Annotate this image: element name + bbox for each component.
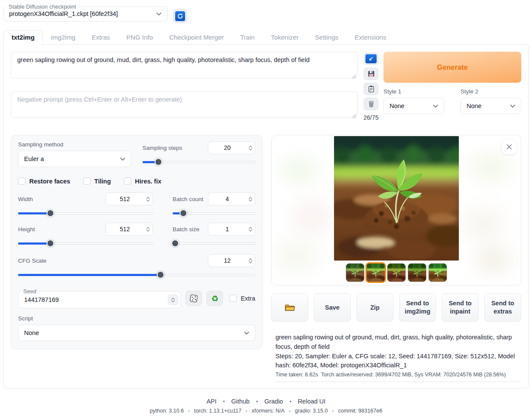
restore-faces-checkbox[interactable]: Restore faces	[18, 177, 70, 185]
height-slider[interactable]	[18, 239, 153, 247]
thumbnail-3[interactable]	[387, 263, 406, 282]
seed-label: Seed	[21, 288, 38, 295]
refresh-icon	[175, 11, 185, 21]
tab-extras[interactable]: Extras	[84, 30, 118, 44]
chevron-down-icon	[510, 105, 515, 108]
prompt-column: green sapling rowing out of ground, mud,…	[11, 52, 358, 120]
batch-size-input[interactable]: 1	[208, 223, 255, 236]
tab-img2img[interactable]: img2img	[43, 30, 84, 44]
apply-style-button[interactable]	[364, 83, 378, 95]
random-seed-button[interactable]	[186, 291, 202, 306]
arrow-down-left-icon: ↙	[365, 54, 377, 63]
generation-settings-panel: Sampling method Euler a Sampling steps 2…	[11, 135, 263, 349]
gallery-thumbnails	[272, 263, 521, 282]
clipboard-icon	[368, 85, 375, 93]
sd-webui-page: Stable Diffusion checkpoint protogenX34O…	[0, 0, 532, 416]
tab-tokenizer[interactable]: Tokenizer	[263, 30, 307, 44]
output-perf-text: Time taken: 8.62s Torch active/reserved:…	[275, 372, 520, 382]
send-to-inpaint-button[interactable]: Send to inpaint	[442, 293, 479, 322]
batch-count-slider[interactable]	[173, 209, 255, 217]
tab-png-info[interactable]: PNG Info	[118, 30, 161, 44]
txt2img-panel: green sapling rowing out of ground, mud,…	[3, 44, 529, 388]
stepper-icon[interactable]	[168, 295, 178, 305]
stepper-icon[interactable]	[246, 193, 255, 205]
zip-button[interactable]: Zip	[356, 293, 393, 322]
thumbnail-2-selected[interactable]	[365, 262, 386, 283]
token-counter: 26/75	[363, 114, 378, 121]
chevron-down-icon	[433, 105, 438, 108]
tab-train[interactable]: Train	[232, 30, 263, 44]
batch-count-field: Batch count 4	[173, 192, 255, 217]
paste-generation-params-button[interactable]: ↙	[364, 53, 378, 65]
reload-ui-link[interactable]: Reload UI	[283, 398, 326, 405]
send-to-extras-button[interactable]: Send to extras	[484, 293, 521, 322]
cfg-scale-input[interactable]: 12	[208, 254, 255, 267]
github-link[interactable]: Github	[217, 398, 250, 405]
style2-label: Style 2	[461, 88, 521, 95]
tab-settings[interactable]: Settings	[307, 30, 346, 44]
chevron-down-icon	[244, 332, 249, 335]
footer-links: APIGithubGradioReload UI	[3, 398, 529, 405]
style2-dropdown[interactable]: None	[461, 98, 521, 114]
tab-checkpoint-merger[interactable]: Checkpoint Merger	[161, 30, 232, 44]
sampling-method-dropdown[interactable]: Euler a	[18, 151, 131, 167]
close-gallery-button[interactable]	[502, 140, 517, 154]
width-input[interactable]: 512	[105, 192, 153, 205]
thumbnail-5[interactable]	[428, 263, 447, 282]
clear-prompt-button[interactable]	[364, 98, 378, 110]
chevron-down-icon	[120, 158, 125, 161]
width-slider[interactable]	[18, 209, 153, 217]
generate-column: Generate Style 1 None Style 2 None	[384, 52, 521, 114]
checkpoint-dropdown[interactable]: Stable Diffusion checkpoint protogenX34O…	[3, 3, 168, 22]
batch-size-slider[interactable]	[173, 239, 255, 247]
open-folder-button[interactable]	[271, 293, 308, 322]
seed-field[interactable]: Seed 1441787169	[18, 288, 181, 308]
save-button[interactable]: Save	[314, 293, 351, 322]
output-params-text: Steps: 20, Sampler: Euler a, CFG scale: …	[275, 352, 520, 371]
stepper-icon[interactable]	[246, 223, 255, 235]
stepper-icon[interactable]	[246, 142, 255, 154]
hires-fix-checkbox[interactable]: Hires. fix	[124, 177, 161, 185]
thumbnail-1[interactable]	[346, 263, 365, 282]
generation-info: green sapling rowing out of ground, mud,…	[271, 333, 521, 382]
generate-button[interactable]: Generate	[384, 52, 521, 83]
refresh-checkpoints-button[interactable]	[173, 9, 187, 23]
negative-prompt-input[interactable]	[11, 91, 358, 118]
cfg-scale-field: CFG Scale 12	[18, 254, 255, 279]
tab-txt2img[interactable]: txt2img	[3, 30, 43, 45]
thumbnail-4[interactable]	[408, 263, 427, 282]
footer-versions: python: 3.10.6torch: 1.13.1+cu117xformer…	[3, 408, 529, 414]
script-dropdown[interactable]: None	[18, 325, 255, 341]
batch-count-input[interactable]: 4	[208, 192, 255, 205]
cfg-scale-slider[interactable]	[18, 271, 255, 279]
prompt-input[interactable]: green sapling rowing out of ground, mud,…	[11, 52, 358, 78]
script-field: Script None	[18, 315, 255, 341]
save-style-button[interactable]	[364, 68, 378, 80]
style1-dropdown[interactable]: None	[384, 98, 444, 114]
gradio-link[interactable]: Gradio	[250, 398, 283, 405]
tab-extensions[interactable]: Extensions	[346, 30, 394, 44]
send-to-img2img-button[interactable]: Send to img2img	[399, 293, 436, 322]
checkpoint-label: Stable Diffusion checkpoint	[6, 3, 78, 10]
seed-extra-checkbox[interactable]: Extra	[229, 295, 255, 302]
checkpoint-value: protogenX34OfficialR_1.ckpt [60fe2f34]	[9, 10, 118, 17]
output-gallery	[271, 135, 521, 286]
reuse-seed-button[interactable]: ♻	[207, 291, 223, 306]
height-input[interactable]: 512	[105, 223, 153, 236]
sampling-method-label: Sampling method	[18, 141, 131, 148]
stepper-icon[interactable]	[144, 193, 152, 205]
tiling-checkbox[interactable]: Tiling	[83, 177, 111, 185]
style1-label: Style 1	[384, 88, 444, 95]
result-actions: Save Zip Send to img2img Send to inpaint…	[271, 293, 521, 322]
stepper-icon[interactable]	[246, 255, 255, 267]
api-link[interactable]: API	[207, 398, 217, 405]
width-field: Width 512	[18, 192, 153, 217]
seed-value[interactable]: 1441787169	[24, 296, 59, 303]
stepper-icon[interactable]	[144, 223, 152, 235]
generated-image[interactable]	[272, 135, 521, 261]
sampling-steps-input[interactable]: 20	[208, 141, 255, 154]
recycle-icon: ♻	[211, 294, 219, 303]
batch-size-field: Batch size 1	[173, 223, 255, 247]
results-panel: Save Zip Send to img2img Send to inpaint…	[271, 135, 521, 382]
sampling-steps-slider[interactable]	[142, 158, 255, 166]
